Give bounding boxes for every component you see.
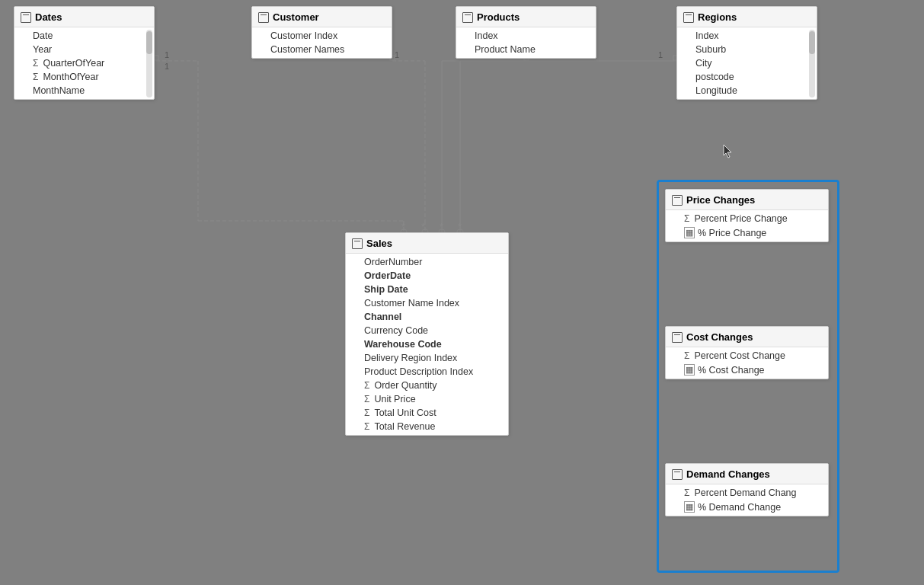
field-warehousecode: Warehouse Code (346, 337, 508, 351)
svg-text:1: 1 (165, 50, 169, 59)
products-table[interactable]: Products Index Product Name (456, 6, 596, 59)
field-orderdate: OrderDate (346, 269, 508, 283)
field-postcode: postcode (677, 70, 817, 84)
products-header: Products (456, 7, 596, 27)
field-unitprice: ΣUnit Price (346, 392, 508, 406)
field-customer-names: Customer Names (252, 43, 392, 56)
svg-text:*: * (458, 221, 462, 232)
cost-changes-table[interactable]: Cost Changes ΣPercent Cost Change ▦% Cos… (665, 326, 829, 379)
field-year: Year (14, 43, 154, 56)
svg-text:1: 1 (165, 62, 169, 71)
products-body: Index Product Name (456, 27, 596, 58)
demand-changes-header: Demand Changes (666, 464, 828, 484)
svg-text:*: * (421, 221, 425, 232)
field-pct-demand-change: ΣPercent Demand Chang (666, 486, 828, 500)
canvas: 1 1 1 1 1 * * * * Dat (0, 0, 924, 585)
field-pct-price-change: ΣPercent Price Change (666, 212, 828, 225)
regions-header: Regions (677, 7, 817, 27)
dates-title: Dates (35, 11, 62, 23)
sales-header: Sales (346, 233, 508, 254)
svg-text:*: * (440, 221, 443, 232)
field-ordernumber: OrderNumber (346, 255, 508, 269)
field-totalunitcost: ΣTotal Unit Cost (346, 406, 508, 420)
cost-changes-title: Cost Changes (686, 331, 753, 343)
field-date: Date (14, 29, 154, 43)
dates-scrollbar[interactable] (146, 30, 152, 98)
field-productdescindex: Product Description Index (346, 365, 508, 379)
demand-changes-body: ΣPercent Demand Chang ▦% Demand Change (666, 484, 828, 516)
table-icon (672, 469, 683, 480)
field-pct-cost-change: ΣPercent Cost Change (666, 349, 828, 363)
field-product-name: Product Name (456, 43, 596, 56)
field-orderqty: ΣOrder Quantity (346, 379, 508, 392)
table-icon (683, 12, 694, 23)
price-changes-header: Price Changes (666, 190, 828, 210)
field-regions-index: Index (677, 29, 817, 43)
field-pct-cost-change-calc: ▦% Cost Change (666, 363, 828, 377)
field-currencycode: Currency Code (346, 324, 508, 337)
field-suburb: Suburb (677, 43, 817, 56)
table-icon (21, 12, 31, 23)
field-shipdate: Ship Date (346, 283, 508, 296)
products-title: Products (477, 11, 520, 23)
regions-title: Regions (698, 11, 737, 23)
customer-body: Customer Index Customer Names (252, 27, 392, 58)
sales-title: Sales (366, 238, 392, 249)
dates-header: Dates (14, 7, 154, 27)
field-longitude: Longitude (677, 84, 817, 98)
regions-body: Index Suburb City postcode Longitude (677, 27, 817, 99)
svg-text:1: 1 (395, 50, 399, 59)
cost-changes-header: Cost Changes (666, 327, 828, 347)
field-deliveryregionindex: Delivery Region Index (346, 351, 508, 365)
sales-body: OrderNumber OrderDate Ship Date Customer… (346, 254, 508, 435)
customer-header: Customer (252, 7, 392, 27)
dates-body: Date Year ΣQuarterOfYear ΣMonthOfYear Mo… (14, 27, 154, 99)
customer-title: Customer (273, 11, 319, 23)
price-changes-body: ΣPercent Price Change ▦% Price Change (666, 210, 828, 241)
cursor (722, 143, 733, 158)
regions-table[interactable]: Regions Index Suburb City postcode Longi… (676, 6, 817, 100)
field-totalrevenue: ΣTotal Revenue (346, 420, 508, 433)
field-channel: Channel (346, 310, 508, 324)
table-icon (258, 12, 269, 23)
price-changes-table[interactable]: Price Changes ΣPercent Price Change ▦% P… (665, 189, 829, 242)
field-customernameindex: Customer Name Index (346, 296, 508, 310)
field-monthofyear: ΣMonthOfYear (14, 70, 154, 84)
table-icon (672, 332, 683, 343)
demand-changes-table[interactable]: Demand Changes ΣPercent Demand Chang ▦% … (665, 463, 829, 516)
regions-scrollbar[interactable] (809, 30, 815, 98)
demand-changes-title: Demand Changes (686, 468, 770, 480)
field-pct-demand-change-calc: ▦% Demand Change (666, 500, 828, 514)
customer-table[interactable]: Customer Customer Index Customer Names (251, 6, 392, 59)
field-products-index: Index (456, 29, 596, 43)
svg-text:1: 1 (658, 50, 663, 59)
field-quarterofyear: ΣQuarterOfYear (14, 56, 154, 70)
field-monthname: MonthName (14, 84, 154, 98)
table-icon (352, 238, 363, 249)
price-changes-title: Price Changes (686, 194, 755, 206)
dates-table[interactable]: Dates Date Year ΣQuarterOfYear ΣMonthOfY… (14, 6, 155, 100)
table-icon (672, 195, 683, 206)
field-customer-index: Customer Index (252, 29, 392, 43)
cost-changes-body: ΣPercent Cost Change ▦% Cost Change (666, 347, 828, 379)
svg-text:*: * (401, 221, 405, 232)
field-pct-price-change-calc: ▦% Price Change (666, 225, 828, 240)
sales-table[interactable]: Sales OrderNumber OrderDate Ship Date Cu… (345, 232, 509, 436)
field-city: City (677, 56, 817, 70)
table-icon (462, 12, 473, 23)
